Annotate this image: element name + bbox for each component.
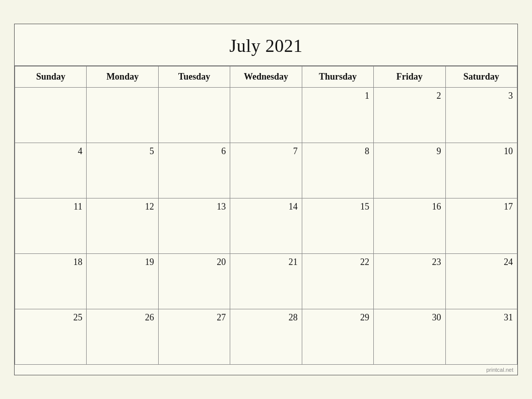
calendar-cell: 19	[87, 254, 158, 309]
day-header-sunday: Sunday	[15, 66, 87, 88]
calendar-cell: 25	[15, 309, 87, 365]
calendar-cell	[230, 88, 302, 143]
calendar-cell: 26	[87, 309, 158, 365]
calendar-cell: 30	[374, 309, 445, 365]
calendar-cell: 24	[445, 254, 517, 309]
calendar-cell: 15	[302, 198, 373, 254]
calendar-cell: 20	[158, 254, 230, 309]
day-header-wednesday: Wednesday	[230, 66, 302, 88]
calendar-cell	[87, 88, 158, 143]
calendar-cell: 17	[445, 198, 517, 254]
calendar-cell: 29	[302, 309, 373, 365]
days-header-row: SundayMondayTuesdayWednesdayThursdayFrid…	[15, 66, 517, 88]
calendar-cell: 13	[158, 198, 230, 254]
week-row-4: 18192021222324	[15, 254, 517, 309]
calendar-title: July 2021	[15, 24, 517, 66]
calendar-cell: 16	[374, 198, 445, 254]
calendar-cell: 4	[15, 143, 87, 198]
calendar-cell: 23	[374, 254, 445, 309]
calendar-cell: 1	[302, 88, 373, 143]
calendar-cell: 10	[445, 143, 517, 198]
calendar-cell: 18	[15, 254, 87, 309]
day-header-monday: Monday	[87, 66, 158, 88]
calendar-cell: 12	[87, 198, 158, 254]
calendar-cell: 27	[158, 309, 230, 365]
week-row-5: 25262728293031	[15, 309, 517, 365]
calendar-cell: 3	[445, 88, 517, 143]
calendar-body: 1234567891011121314151617181920212223242…	[15, 88, 517, 365]
week-row-1: 123	[15, 88, 517, 143]
calendar-cell: 22	[302, 254, 373, 309]
calendar-cell: 31	[445, 309, 517, 365]
calendar-cell: 9	[374, 143, 445, 198]
day-header-tuesday: Tuesday	[158, 66, 230, 88]
calendar-cell	[15, 88, 87, 143]
watermark: printcal.net	[15, 365, 517, 375]
calendar-cell: 11	[15, 198, 87, 254]
calendar-cell: 28	[230, 309, 302, 365]
calendar-cell	[158, 88, 230, 143]
day-header-thursday: Thursday	[302, 66, 373, 88]
day-header-saturday: Saturday	[445, 66, 517, 88]
calendar-cell: 5	[87, 143, 158, 198]
calendar-cell: 8	[302, 143, 373, 198]
week-row-2: 45678910	[15, 143, 517, 198]
calendar-cell: 6	[158, 143, 230, 198]
day-header-friday: Friday	[374, 66, 445, 88]
calendar-cell: 21	[230, 254, 302, 309]
calendar-table: SundayMondayTuesdayWednesdayThursdayFrid…	[15, 66, 517, 365]
calendar-container: July 2021 SundayMondayTuesdayWednesdayTh…	[14, 24, 518, 375]
calendar-cell: 7	[230, 143, 302, 198]
week-row-3: 11121314151617	[15, 198, 517, 254]
calendar-cell: 2	[374, 88, 445, 143]
calendar-cell: 14	[230, 198, 302, 254]
